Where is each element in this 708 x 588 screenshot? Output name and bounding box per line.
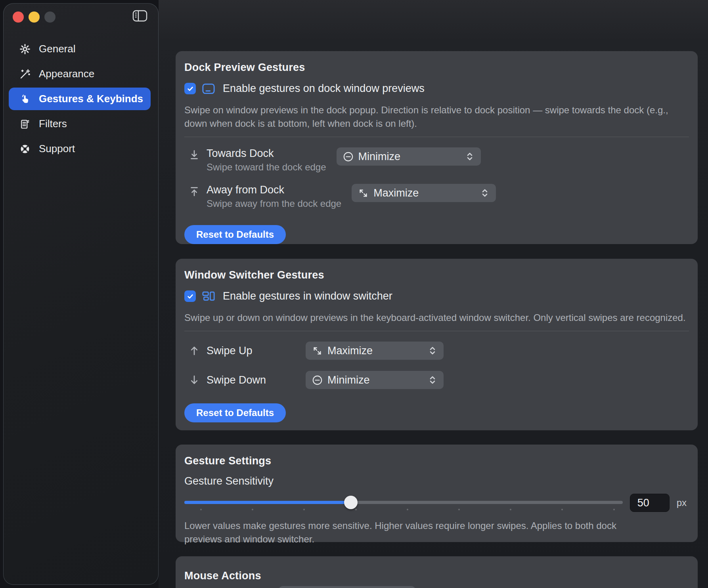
maximize-diagonal-icon <box>358 188 369 199</box>
selected-action: Maximize <box>373 187 419 199</box>
mouse-actions-card: Mouse Actions <box>176 556 698 588</box>
arrow-down-to-line-icon <box>188 149 200 161</box>
gesture-row-swipe-up: Swipe Up Maximize <box>184 342 689 360</box>
chevron-up-down-icon <box>428 375 437 385</box>
card-description: Swipe on window previews in the dock pop… <box>184 103 676 130</box>
lifebuoy-icon <box>19 143 31 155</box>
sidebar-item-support[interactable]: Support <box>9 137 151 160</box>
gesture-settings-card: Gesture Settings Gesture Sensitivity px … <box>176 445 698 542</box>
sidebar-item-filters[interactable]: Filters <box>9 113 151 135</box>
row-label: Away from Dock <box>207 184 341 196</box>
towards-dock-action-select[interactable]: Minimize <box>337 147 481 166</box>
card-title: Window Switcher Gestures <box>184 269 689 281</box>
gesture-row-swipe-down: Swipe Down Minimize <box>184 371 689 389</box>
circle-minus-icon <box>343 151 354 162</box>
swipe-up-action-select[interactable]: Maximize <box>306 342 444 360</box>
reset-to-defaults-button[interactable]: Reset to Defaults <box>184 225 286 244</box>
card-description: Swipe up or down on window previews in t… <box>184 311 689 325</box>
arrow-up-icon <box>188 345 200 357</box>
row-sublabel: Swipe away from the dock edge <box>207 198 341 209</box>
unit-label: px <box>677 497 687 508</box>
check-icon <box>186 292 194 300</box>
sidebar-item-gestures-keybinds[interactable]: Gestures & Keybinds <box>9 88 151 110</box>
gesture-row-away-from-dock: Away from Dock Swipe away from the dock … <box>184 184 689 209</box>
sidebar-panel: General Appearance Gestures & Keybin <box>3 3 159 585</box>
sensitivity-label: Gesture Sensitivity <box>184 475 689 487</box>
filter-document-icon <box>19 118 31 130</box>
card-description: Lower values make gestures more sensitiv… <box>184 519 632 546</box>
card-title: Dock Preview Gestures <box>184 61 689 74</box>
tap-gesture-icon <box>19 94 31 105</box>
divider <box>184 331 689 331</box>
partial-control[interactable] <box>278 586 416 588</box>
sidebar-item-label: Appearance <box>39 68 94 80</box>
chevron-up-down-icon <box>428 346 437 356</box>
arrow-down-icon <box>188 374 200 386</box>
sidebar-toggle-icon[interactable] <box>132 10 147 22</box>
minimize-button[interactable] <box>29 11 40 23</box>
away-from-dock-action-select[interactable]: Maximize <box>352 184 496 202</box>
close-button[interactable] <box>13 11 24 23</box>
row-label: Swipe Up <box>207 345 253 357</box>
card-title: Gesture Settings <box>184 455 689 467</box>
wand-icon <box>19 69 31 80</box>
slider-ticks <box>200 509 615 510</box>
minimize-window-icon <box>202 83 215 94</box>
sensitivity-slider[interactable] <box>184 493 623 513</box>
zoom-button-disabled <box>44 11 55 23</box>
card-title: Mouse Actions <box>184 570 689 582</box>
sidebar-item-label: Gestures & Keybinds <box>39 93 143 105</box>
checkbox-label: Enable gestures on dock window previews <box>223 82 425 95</box>
row-label: Towards Dock <box>207 147 326 159</box>
sidebar-item-label: Filters <box>39 118 67 130</box>
selected-action: Minimize <box>358 151 401 163</box>
traffic-lights <box>13 11 55 23</box>
gesture-row-towards-dock: Towards Dock Swipe toward the dock edge … <box>184 147 689 173</box>
window-switcher-gestures-card: Window Switcher Gestures Enable gestures… <box>176 259 698 430</box>
sidebar-nav: General Appearance Gestures & Keybin <box>9 38 151 160</box>
sidebar-item-label: Support <box>39 143 75 155</box>
content-pane: Dock Preview Gestures Enable gestures on… <box>159 0 708 588</box>
sidebar-item-general[interactable]: General <box>9 38 151 60</box>
checkbox-label: Enable gestures in window switcher <box>223 290 392 302</box>
slider-knob[interactable] <box>344 496 358 509</box>
chevron-up-down-icon <box>465 151 475 162</box>
check-icon <box>186 85 194 93</box>
row-sublabel: Swipe toward the dock edge <box>207 162 326 173</box>
reset-to-defaults-button[interactable]: Reset to Defaults <box>184 403 286 422</box>
sidebar-item-label: General <box>39 43 76 55</box>
swipe-down-action-select[interactable]: Minimize <box>306 371 444 389</box>
circle-minus-icon <box>312 375 323 386</box>
chevron-up-down-icon <box>480 188 490 198</box>
selected-action: Minimize <box>327 374 370 386</box>
selected-action: Maximize <box>327 345 373 357</box>
sensitivity-value-input[interactable] <box>630 494 670 512</box>
maximize-diagonal-icon <box>312 346 323 356</box>
row-label: Swipe Down <box>207 374 266 386</box>
window-layout-icon <box>202 291 215 302</box>
gear-icon <box>19 44 31 55</box>
enable-switcher-gestures-checkbox[interactable] <box>184 290 196 302</box>
divider <box>184 137 689 137</box>
sidebar-item-appearance[interactable]: Appearance <box>9 63 151 85</box>
dock-preview-gestures-card: Dock Preview Gestures Enable gestures on… <box>176 51 698 244</box>
enable-dock-gestures-checkbox[interactable] <box>184 83 196 94</box>
slider-fill <box>184 501 351 504</box>
arrow-up-to-line-icon <box>188 185 200 197</box>
